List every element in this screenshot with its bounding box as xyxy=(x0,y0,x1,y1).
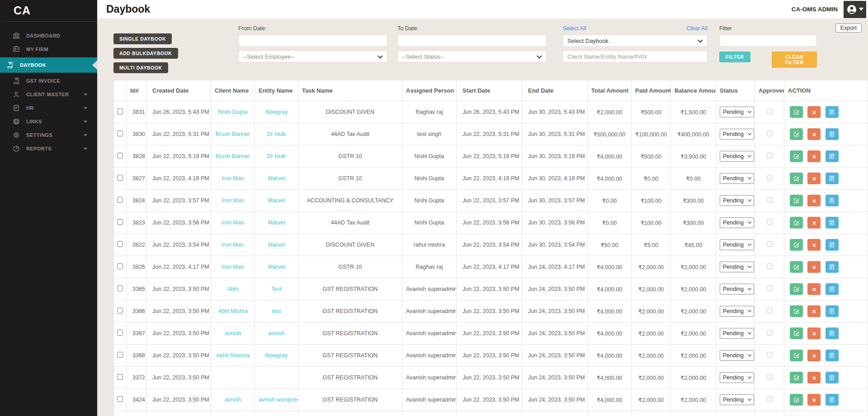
row-checkbox[interactable] xyxy=(117,197,123,203)
view-details-button[interactable] xyxy=(826,106,839,118)
row-checkbox[interactable] xyxy=(117,153,123,159)
view-details-button[interactable] xyxy=(826,195,839,206)
view-details-button[interactable] xyxy=(826,128,839,140)
row-checkbox[interactable] xyxy=(117,219,123,225)
row-checkbox[interactable] xyxy=(117,374,123,380)
col-id[interactable]: Id# xyxy=(127,80,146,101)
status-select[interactable]: Pending xyxy=(720,328,754,339)
multi-daybook-button[interactable]: MULTI DAYBOOK xyxy=(113,62,168,73)
status-select[interactable]: Pending xyxy=(720,372,754,383)
clear-all-link[interactable]: Clear All xyxy=(686,25,708,32)
edit-button[interactable] xyxy=(790,239,803,251)
add-bulkdaybook-button[interactable]: ADD BULKDAYBOOK xyxy=(113,48,178,59)
entity-name-link[interactable]: Test xyxy=(271,286,282,292)
status-select[interactable]: Pending xyxy=(720,262,754,272)
client-name-link[interactable]: Nishi Gupta xyxy=(218,109,247,115)
entity-name-link[interactable]: avnish xyxy=(268,330,284,337)
col-total-amount[interactable]: Total Amount xyxy=(588,80,632,101)
col-task-name[interactable]: Task Name xyxy=(298,80,402,101)
client-name-link[interactable]: Abhi MIshra xyxy=(218,308,248,314)
edit-button[interactable] xyxy=(790,394,803,406)
row-checkbox[interactable] xyxy=(117,175,123,181)
view-details-button[interactable] xyxy=(826,217,839,229)
entity-name-link[interactable]: Dr Hulk xyxy=(267,153,286,159)
delete-button[interactable]: × xyxy=(807,394,821,406)
entity-name-link[interactable]: avnish wordpress xyxy=(259,397,298,403)
status-select[interactable]: Pending xyxy=(720,394,754,405)
client-name-link[interactable]: Iron Man xyxy=(222,197,244,204)
delete-button[interactable]: × xyxy=(807,350,821,361)
client-name-link[interactable]: Iron Man xyxy=(222,264,244,270)
status-select[interactable]: Pending xyxy=(720,195,754,206)
entity-name-link[interactable]: Marvel xyxy=(268,242,285,248)
client-name-link[interactable]: Brush Banner xyxy=(216,153,250,159)
entity-name-link[interactable]: Nowgray xyxy=(265,109,288,115)
status-select[interactable]: Pending xyxy=(720,151,754,162)
col-status[interactable]: Status xyxy=(716,80,755,101)
delete-button[interactable]: × xyxy=(807,327,821,339)
view-details-button[interactable] xyxy=(826,372,839,383)
row-checkbox[interactable] xyxy=(117,263,123,269)
col-approved[interactable]: Approved? xyxy=(755,80,784,101)
clear-filter-button[interactable]: CLEAR FILTER xyxy=(772,51,817,68)
entity-name-link[interactable]: test xyxy=(272,308,281,314)
status-select[interactable]: Pending xyxy=(720,350,754,361)
edit-button[interactable] xyxy=(790,128,803,140)
col-assigned-person[interactable]: Assigned Person xyxy=(402,80,457,101)
col-paid-amount[interactable]: Paid Amount xyxy=(632,80,671,101)
client-search-input[interactable] xyxy=(563,51,708,62)
row-checkbox[interactable] xyxy=(117,308,123,313)
entity-name-link[interactable]: Dr Hulk xyxy=(267,131,286,137)
view-details-button[interactable] xyxy=(826,261,839,273)
export-button[interactable]: Export xyxy=(835,23,862,33)
select-all-link[interactable]: Select All xyxy=(563,25,586,32)
view-details-button[interactable] xyxy=(826,327,839,339)
entity-name-link[interactable]: Marvel xyxy=(268,197,285,204)
sidebar-item-gst-invoice[interactable]: GST INVOICE xyxy=(0,74,97,88)
select-daybook-dropdown[interactable]: Select Daybook xyxy=(563,35,708,47)
delete-button[interactable]: × xyxy=(807,195,821,206)
edit-button[interactable] xyxy=(790,350,803,361)
delete-button[interactable]: × xyxy=(807,217,821,229)
single-daybook-button[interactable]: SINGLE DAYBOOK xyxy=(113,33,172,44)
sort-asc-icon[interactable]: ↑ xyxy=(250,88,253,94)
sidebar-item-client-master[interactable]: CLIENT MASTER xyxy=(0,88,97,101)
client-name-link[interactable]: Brush Banner xyxy=(216,131,250,137)
delete-button[interactable]: × xyxy=(807,283,821,295)
edit-button[interactable] xyxy=(790,283,803,295)
col-entity-name[interactable]: Entity Name xyxy=(255,80,298,101)
row-checkbox[interactable] xyxy=(117,352,123,358)
sidebar-item-my-firm[interactable]: MY FIRM xyxy=(0,42,97,56)
from-date-input[interactable] xyxy=(238,35,387,47)
col-start-date[interactable]: Start Date xyxy=(457,80,522,101)
row-checkbox[interactable] xyxy=(117,285,123,291)
sidebar-item-daybook[interactable]: DAYBOOK xyxy=(0,57,97,73)
col-end-date[interactable]: End Date xyxy=(522,80,588,101)
delete-button[interactable]: × xyxy=(807,128,821,140)
view-details-button[interactable] xyxy=(826,239,839,251)
delete-button[interactable]: × xyxy=(807,239,821,251)
edit-button[interactable] xyxy=(790,173,803,184)
client-name-link[interactable]: Iron Man xyxy=(222,175,244,182)
view-details-button[interactable] xyxy=(826,305,839,317)
client-name-link[interactable]: Iron Man xyxy=(222,242,244,248)
select-status-dropdown[interactable]: --Select Status-- xyxy=(397,51,547,62)
to-date-input[interactable] xyxy=(397,35,547,47)
edit-button[interactable] xyxy=(790,106,803,118)
status-select[interactable]: Pending xyxy=(720,217,754,228)
edit-button[interactable] xyxy=(790,305,803,317)
entity-name-link[interactable]: Marvel xyxy=(268,175,285,182)
view-details-button[interactable] xyxy=(826,350,839,361)
row-checkbox[interactable] xyxy=(117,241,123,247)
client-name-link[interactable]: avnish xyxy=(225,330,241,337)
client-name-link[interactable]: avnish xyxy=(225,397,241,403)
sidebar-item-links[interactable]: LINKS xyxy=(0,115,97,128)
col-balance-amount[interactable]: Balance Amount xyxy=(671,80,716,101)
delete-button[interactable]: × xyxy=(807,173,821,184)
delete-button[interactable]: × xyxy=(807,150,821,162)
col-created-date[interactable]: Created Date xyxy=(146,80,211,101)
sidebar-item-settings[interactable]: SETTINGS xyxy=(0,128,97,142)
select-employee-dropdown[interactable]: --Select Employee-- xyxy=(238,51,387,62)
entity-name-link[interactable]: Marvel xyxy=(268,264,285,270)
view-details-button[interactable] xyxy=(826,394,839,406)
